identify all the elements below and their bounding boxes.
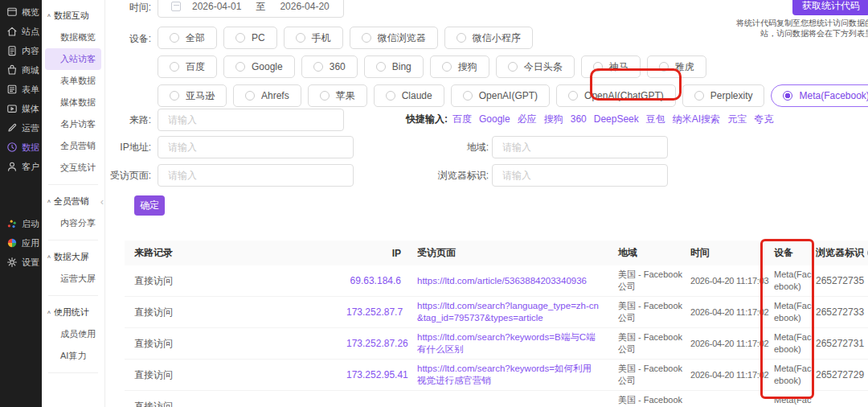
ip-link[interactable]: 173.252.95.41: [346, 369, 407, 380]
sidebar-item-site[interactable]: 站点: [0, 22, 42, 41]
ip-link[interactable]: 173.252.87.7: [346, 306, 407, 318]
device-chip[interactable]: 360: [301, 56, 358, 78]
device-chip[interactable]: 亚马逊: [158, 84, 227, 107]
radio-icon: [568, 91, 578, 101]
device-chip[interactable]: 微信小程序: [444, 27, 533, 49]
column-header-region: 地域: [610, 247, 690, 259]
device-chip[interactable]: OpenAI(ChatGPT): [556, 84, 676, 107]
sidebar-item-form[interactable]: 表单: [0, 80, 42, 99]
device-chip[interactable]: 手机: [284, 27, 343, 49]
page-link[interactable]: https://ltd.com/search?language_type=zh-…: [407, 300, 610, 324]
page-link[interactable]: https://ltd.com/article/5363884203340936: [407, 275, 610, 287]
sidebar-item-data[interactable]: 数据: [0, 138, 42, 157]
submenu-item[interactable]: 内容分享: [42, 212, 104, 234]
data-icon: [6, 142, 18, 153]
submenu-item[interactable]: 成员使用: [42, 323, 104, 345]
quick-link[interactable]: 元宝: [727, 113, 747, 125]
ip-link[interactable]: 69.63.184.6: [346, 275, 407, 286]
sidebar-item-operation[interactable]: 运营: [0, 118, 42, 138]
quick-link[interactable]: 百度: [452, 113, 472, 125]
radio-icon: [235, 62, 245, 72]
ip-input[interactable]: [158, 136, 354, 158]
device-chip[interactable]: OpenAI(GPT): [451, 84, 550, 107]
radio-icon: [313, 62, 323, 72]
submenu-group-title[interactable]: ∧数据互动: [42, 5, 104, 27]
submenu-item[interactable]: 表单数据: [42, 70, 104, 92]
device-chip[interactable]: Ahrefs: [233, 84, 301, 107]
ip-link[interactable]: 173.252.87.26: [346, 338, 407, 349]
sidebar-item-content[interactable]: 内容: [0, 41, 42, 60]
submenu-item[interactable]: 交互统计: [42, 157, 104, 179]
main-content: 获取统计代码 将统计代码复制至您想统计访问数据的 站，访问数据将会在下方列表呈 …: [105, 0, 868, 407]
sidebar-item-mall[interactable]: 商城: [0, 60, 42, 80]
column-header-ip: IP: [346, 248, 407, 259]
device-cell: Meta(Facebook): [766, 300, 816, 324]
visited-page-input[interactable]: [158, 164, 354, 187]
sidebar-item-label: 内容: [22, 45, 39, 57]
quick-link[interactable]: 纳米AI搜索: [673, 113, 720, 125]
table-row: 直接访问69.63.184.6https://ltd.com/article/5…: [125, 265, 868, 297]
region-input[interactable]: [492, 136, 668, 158]
device-chip[interactable]: Claude: [374, 84, 444, 107]
quick-link[interactable]: 豆包: [646, 113, 665, 125]
device-chip[interactable]: 雅虎: [647, 56, 706, 78]
sidebar-item-apps[interactable]: 应用: [0, 233, 42, 253]
quick-link[interactable]: 360: [571, 113, 587, 125]
device-chip[interactable]: 神马: [581, 56, 641, 78]
device-chip[interactable]: 微信浏览器: [350, 27, 438, 49]
radio-icon: [386, 91, 395, 101]
referrer-input[interactable]: [158, 109, 344, 131]
sidebar-item-launch[interactable]: 启动: [0, 214, 42, 233]
submenu-item[interactable]: AI算力: [42, 345, 104, 367]
submenu-item[interactable]: 入站访客: [45, 48, 101, 70]
device-chip[interactable]: 今日头条: [496, 56, 575, 78]
sidebar-item-settings[interactable]: 设置: [0, 253, 42, 272]
quick-link[interactable]: 夸克: [754, 113, 773, 125]
device-chip[interactable]: Perplexity: [682, 84, 765, 107]
chevron-up-icon: ∧: [47, 13, 51, 18]
submenu-group-title[interactable]: ∧全员营销: [42, 191, 104, 212]
date-end: 2026-04-20: [280, 1, 329, 12]
submenu-item[interactable]: 运营大屏: [42, 268, 104, 290]
device-chip[interactable]: Bing: [364, 56, 424, 78]
region-cell: 美国 - Facebook公司: [610, 394, 690, 407]
device-chip[interactable]: Google: [223, 56, 295, 78]
secondary-sidebar: ∧数据互动数据概览入站访客表单数据媒体数据名片访客全员营销交互统计∧全员营销内容…: [42, 0, 105, 407]
browser-id-input[interactable]: [492, 164, 668, 187]
submenu-item[interactable]: 全员营销: [42, 135, 104, 157]
sidebar-item-label: 客户: [22, 161, 39, 173]
divider: [48, 372, 98, 373]
device-chip[interactable]: 全部: [158, 27, 217, 49]
submenu-group-title[interactable]: ∧数据大屏: [42, 246, 104, 268]
quick-link[interactable]: 搜狗: [544, 113, 563, 125]
quick-link[interactable]: Google: [479, 113, 510, 125]
date-range-input[interactable]: 2026-04-01 至 2026-04-20: [158, 0, 344, 18]
radio-icon: [593, 62, 603, 72]
submenu-item[interactable]: 名片访客: [42, 113, 104, 135]
collapse-sidebar-handle[interactable]: ‹: [100, 195, 104, 208]
submenu-group-title[interactable]: ∧使用统计: [42, 302, 104, 323]
sidebar-item-overview[interactable]: 概览: [0, 2, 42, 22]
device-chip[interactable]: 百度: [158, 56, 217, 78]
get-code-button[interactable]: 获取统计代码: [792, 0, 868, 15]
table-body: 直接访问69.63.184.6https://ltd.com/article/5…: [125, 265, 868, 407]
sidebar-item-customer[interactable]: 客户: [0, 157, 42, 176]
submenu-item[interactable]: 媒体数据: [42, 92, 104, 113]
quick-link[interactable]: 必应: [518, 113, 537, 125]
device-chip[interactable]: 苹果: [308, 84, 367, 107]
device-cell: Meta(Facebook): [766, 331, 816, 356]
sidebar-item-label: 运营: [22, 122, 39, 134]
browser-id-cell: 265272731: [816, 338, 868, 349]
device-chip[interactable]: 搜狗: [430, 56, 489, 78]
region-cell: 美国 - Facebook公司: [610, 363, 690, 387]
quick-link[interactable]: DeepSeek: [594, 113, 639, 125]
device-chip[interactable]: PC: [223, 27, 277, 49]
submenu-item[interactable]: 数据概览: [42, 27, 104, 48]
confirm-button[interactable]: 确定: [134, 195, 165, 216]
time-cell: 2026-04-20 11:17:02: [690, 370, 766, 380]
page-link[interactable]: https://ltd.com/search?keywords=如何利用视觉进行…: [407, 363, 610, 387]
page-link[interactable]: https://ltd.com/search?keywords=B端与C端有什么…: [407, 331, 610, 356]
sidebar-item-media[interactable]: 媒体: [0, 99, 42, 118]
device-chip[interactable]: Meta(Facebook): [771, 84, 868, 107]
time-cell: 2026-04-20 11:17:02: [690, 339, 766, 348]
